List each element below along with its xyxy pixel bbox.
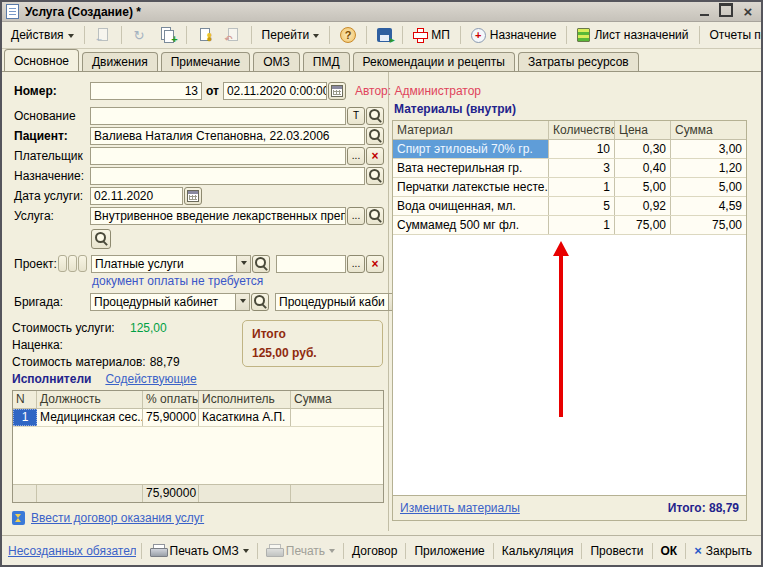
col-executor[interactable]: Исполнитель xyxy=(199,391,291,408)
material-name-cell[interactable]: Вода очищенная, мл. xyxy=(393,197,549,215)
mp-button[interactable]: МП xyxy=(408,25,455,45)
project-field[interactable]: Платные услуги xyxy=(91,255,236,273)
project-dropdown-button[interactable] xyxy=(236,255,251,273)
brigade-lookup-button[interactable] xyxy=(251,293,269,311)
col-n[interactable]: N xyxy=(13,391,37,408)
print-omz-button[interactable]: Печать ОМЗ xyxy=(147,542,252,560)
tab-pmd[interactable]: ПМД xyxy=(303,52,350,71)
calculation-button[interactable]: Калькуляция xyxy=(499,542,577,560)
project-state-bar[interactable] xyxy=(78,255,87,272)
calendar-button[interactable] xyxy=(328,82,346,100)
purpose-field[interactable] xyxy=(90,167,365,185)
material-row[interactable]: Перчатки латекстые несте... 1 5,00 5,00 xyxy=(393,178,746,197)
payer-more-button[interactable]: ... xyxy=(347,147,365,165)
brigade-field[interactable]: Процедурный кабинет xyxy=(90,293,235,311)
material-row[interactable]: Вата нестерильная гр. 3 0,40 1,20 xyxy=(393,159,746,178)
material-sum-cell[interactable]: 5,00 xyxy=(671,178,746,196)
payer-clear-button[interactable]: × xyxy=(366,147,384,165)
material-name-cell[interactable]: Спирт этиловый 70% гр. xyxy=(393,140,549,158)
material-qty-cell[interactable]: 10 xyxy=(549,140,615,158)
col-material[interactable]: Материал xyxy=(393,121,549,139)
project-state-bar[interactable] xyxy=(68,255,77,272)
service-field[interactable]: Внутривенное введение лекарственных преп… xyxy=(90,207,346,225)
executor-row[interactable]: 1 Медицинская сес... 75,90000 Касаткина … xyxy=(13,409,383,427)
material-qty-cell[interactable]: 5 xyxy=(549,197,615,215)
col-quantity[interactable]: Количество xyxy=(549,121,615,139)
position-cell[interactable]: Медицинская сес... xyxy=(37,409,143,426)
patient-lookup-button[interactable] xyxy=(366,127,384,145)
col-percent[interactable]: % оплаты xyxy=(143,391,199,408)
omz-reports-menu-button[interactable]: Отчеты по ОМЗ xyxy=(705,25,763,45)
brigade-dropdown-button[interactable] xyxy=(235,293,250,311)
help-button[interactable] xyxy=(335,24,361,46)
project-lookup-button[interactable] xyxy=(252,255,270,273)
assignment-sheet-button[interactable]: Лист назначений xyxy=(572,25,693,45)
service-search-button[interactable] xyxy=(91,229,111,249)
material-sum-cell[interactable]: 1,20 xyxy=(671,159,746,177)
col-sum[interactable]: Сумма xyxy=(291,391,383,408)
col-position[interactable]: Должность xyxy=(37,391,143,408)
material-row[interactable]: Спирт этиловый 70% гр. 10 0,30 3,00 xyxy=(393,140,746,159)
material-price-cell[interactable]: 0,92 xyxy=(615,197,671,215)
material-name-cell[interactable]: Вата нестерильная гр. xyxy=(393,159,549,177)
payer-field[interactable] xyxy=(90,147,346,165)
post-document-button[interactable]: ●● xyxy=(192,24,218,46)
project-state-bar[interactable] xyxy=(58,255,67,272)
percent-cell[interactable]: 75,90000 xyxy=(143,409,199,426)
material-qty-cell[interactable]: 1 xyxy=(549,178,615,196)
payment-doc-field[interactable] xyxy=(276,255,346,273)
service-lookup-button[interactable] xyxy=(366,207,384,225)
minimize-icon[interactable] xyxy=(697,5,711,18)
row-number-cell[interactable]: 1 xyxy=(13,409,37,426)
col-msum[interactable]: Сумма xyxy=(671,121,746,139)
material-qty-cell[interactable]: 3 xyxy=(549,159,615,177)
room-field[interactable]: Процедурный каби xyxy=(275,293,388,311)
material-name-cell[interactable]: Перчатки латекстые несте... xyxy=(393,178,549,196)
service-date-field[interactable]: 02.11.2020 xyxy=(90,187,183,205)
material-price-cell[interactable]: 5,00 xyxy=(615,178,671,196)
goto-menu-button[interactable]: Перейти xyxy=(257,25,325,45)
materials-table-empty-area[interactable] xyxy=(393,235,746,495)
date-time-field[interactable]: 02.11.2020 0:00:00 xyxy=(223,82,327,100)
service-more-button[interactable]: ... xyxy=(347,207,365,225)
payment-doc-more-button[interactable]: ... xyxy=(347,255,365,273)
text-edit-button[interactable]: Т xyxy=(347,107,365,125)
tab-osnovnoe[interactable]: Основное xyxy=(4,49,79,71)
service-date-calendar-button[interactable] xyxy=(184,187,202,205)
tab-resources[interactable]: Затраты ресурсов xyxy=(518,52,639,71)
number-field[interactable]: 13 xyxy=(90,82,202,100)
enter-contract-link[interactable]: Ввести договор оказания услуг xyxy=(31,511,204,525)
close-icon[interactable]: × xyxy=(741,5,755,18)
material-qty-cell[interactable]: 1 xyxy=(549,216,615,234)
maximize-icon[interactable] xyxy=(719,5,733,18)
patient-field[interactable]: Валиева Наталия Степановна, 22.03.2006 xyxy=(90,127,365,145)
material-row[interactable]: Вода очищенная, мл. 5 0,92 4,59 xyxy=(393,197,746,216)
ok-button[interactable]: ОК xyxy=(658,542,681,560)
tab-primechanie[interactable]: Примечание xyxy=(161,52,250,71)
close-button[interactable]: × Закрыть xyxy=(691,541,755,560)
materials-table[interactable]: Материал Количество Цена Сумма Спирт эти… xyxy=(393,121,746,496)
material-price-cell[interactable]: 75,00 xyxy=(615,216,671,234)
edit-materials-link[interactable]: Изменить материалы xyxy=(400,501,520,515)
material-name-cell[interactable]: Суммамед 500 мг фл. xyxy=(393,216,549,234)
attachment-button[interactable]: Приложение xyxy=(411,542,487,560)
material-price-cell[interactable]: 0,30 xyxy=(615,140,671,158)
executors-table-empty-area[interactable] xyxy=(13,427,383,484)
actions-menu-button[interactable]: Действия xyxy=(6,25,79,45)
executors-table[interactable]: N Должность % оплаты Исполнитель Сумма 1… xyxy=(12,390,384,503)
tab-omz[interactable]: ОМЗ xyxy=(253,52,300,71)
basis-field[interactable] xyxy=(90,107,346,125)
save-button[interactable] xyxy=(372,25,397,45)
basis-lookup-button[interactable] xyxy=(366,107,384,125)
material-sum-cell[interactable]: 4,59 xyxy=(671,197,746,215)
contract-button[interactable]: Договор xyxy=(349,542,400,560)
material-sum-cell[interactable]: 3,00 xyxy=(671,140,746,158)
purpose-lookup-button[interactable] xyxy=(366,167,384,185)
assisting-link[interactable]: Содействующие xyxy=(105,372,196,386)
executor-cell[interactable]: Касаткина А.П. xyxy=(199,409,291,426)
omz-uncreated-link[interactable]: Несозданных обязательных ОМЗ н... xyxy=(8,544,136,558)
material-row[interactable]: Суммамед 500 мг фл. 1 75,00 75,00 xyxy=(393,216,746,235)
post-button[interactable]: Провести xyxy=(587,542,646,560)
material-price-cell[interactable]: 0,40 xyxy=(615,159,671,177)
col-price[interactable]: Цена xyxy=(615,121,671,139)
